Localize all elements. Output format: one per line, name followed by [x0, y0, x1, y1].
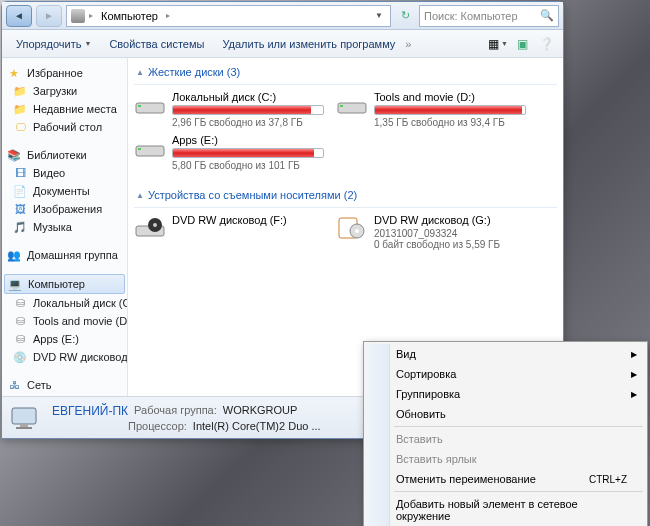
sidebar-favorites[interactable]: ★Избранное — [2, 64, 127, 82]
star-icon: ★ — [6, 66, 22, 80]
refresh-button[interactable]: ↻ — [395, 6, 415, 26]
ctx-undo-rename[interactable]: Отменить переименованиеCTRL+Z — [366, 469, 645, 489]
drive-icon — [134, 134, 166, 162]
computer-icon — [71, 9, 85, 23]
ctx-view[interactable]: Вид▶ — [366, 344, 645, 364]
document-icon: 📄 — [12, 184, 28, 198]
svg-rect-13 — [20, 424, 28, 427]
ctx-sort[interactable]: Сортировка▶ — [366, 364, 645, 384]
view-mode-button[interactable]: ▦▼ — [487, 34, 509, 54]
search-icon: 🔍 — [540, 9, 554, 22]
help-button[interactable]: ❔ — [535, 34, 557, 54]
nav-forward-button[interactable]: ► — [36, 5, 62, 27]
chevron-down-icon[interactable]: ▼ — [372, 11, 386, 20]
sidebar-item-drive-c[interactable]: ⛁Локальный диск (C:) — [2, 294, 127, 312]
svg-rect-12 — [12, 408, 36, 424]
section-removable[interactable]: ▲Устройства со съемными носителями (2) — [134, 185, 557, 208]
sidebar-item-dvd[interactable]: 💿DVD RW дисковод (… — [2, 348, 127, 366]
drive-sub-label: 20131007_093324 — [374, 228, 526, 239]
chevron-right-icon: ▶ — [631, 350, 637, 359]
drive-label: DVD RW дисковод (F:) — [172, 214, 324, 226]
toolbar: Упорядочить▼ Свойства системы Удалить ил… — [2, 30, 563, 58]
drive-free-text: 2,96 ГБ свободно из 37,8 ГБ — [172, 117, 324, 128]
drive-c[interactable]: Локальный диск (C:) 2,96 ГБ свободно из … — [134, 91, 324, 128]
section-hard-drives[interactable]: ▲Жесткие диски (3) — [134, 62, 557, 85]
disc-icon — [134, 214, 166, 242]
drive-e[interactable]: Apps (E:) 5,80 ГБ свободно из 101 ГБ — [134, 134, 324, 171]
svg-rect-5 — [138, 148, 141, 150]
drive-free-text: 1,35 ГБ свободно из 93,4 ГБ — [374, 117, 526, 128]
drive-d[interactable]: Tools and movie (D:) 1,35 ГБ свободно из… — [336, 91, 526, 128]
drive-label: Apps (E:) — [172, 134, 324, 146]
sidebar-item-desktop[interactable]: 🖵Рабочий стол — [2, 118, 127, 136]
sidebar-item-documents[interactable]: 📄Документы — [2, 182, 127, 200]
sidebar-libraries[interactable]: 📚Библиотеки — [2, 146, 127, 164]
picture-icon: 🖼 — [12, 202, 28, 216]
usage-bar — [172, 148, 324, 158]
computer-icon — [10, 404, 42, 432]
chevron-right-icon: ▶ — [631, 370, 637, 379]
folder-icon: 📁 — [12, 102, 28, 116]
computer-icon: 💻 — [7, 277, 23, 291]
triangle-icon: ▲ — [136, 68, 144, 77]
chevron-right-icon: ▶ — [631, 390, 637, 399]
sidebar-item-downloads[interactable]: 📁Загрузки — [2, 82, 127, 100]
ctx-group[interactable]: Группировка▶ — [366, 384, 645, 404]
usage-bar — [172, 105, 324, 115]
separator — [394, 426, 643, 427]
disc-icon: 💿 — [12, 350, 28, 364]
svg-rect-3 — [340, 105, 343, 107]
drive-icon: ⛁ — [12, 314, 28, 328]
drive-icon — [336, 91, 368, 119]
separator — [394, 491, 643, 492]
sidebar-item-recent[interactable]: 📁Недавние места — [2, 100, 127, 118]
ctx-paste: Вставить — [366, 429, 645, 449]
sidebar-homegroup[interactable]: 👥Домашняя группа — [2, 246, 127, 264]
drive-icon — [134, 91, 166, 119]
drive-icon: ⛁ — [12, 296, 28, 310]
sidebar-network[interactable]: 🖧Сеть — [2, 376, 127, 394]
sidebar: ★Избранное 📁Загрузки 📁Недавние места 🖵Ра… — [2, 58, 128, 396]
sidebar-item-drive-e[interactable]: ⛁Apps (E:) — [2, 330, 127, 348]
uninstall-button[interactable]: Удалить или изменить программу — [214, 35, 403, 53]
search-input[interactable]: Поиск: Компьютер 🔍 — [419, 5, 559, 27]
homegroup-icon: 👥 — [6, 248, 22, 262]
address-bar[interactable]: ▸ Компьютер ▸ ▼ — [66, 5, 391, 27]
context-menu: Вид▶ Сортировка▶ Группировка▶ Обновить В… — [363, 341, 648, 526]
drive-label: Tools and movie (D:) — [374, 91, 526, 103]
organize-button[interactable]: Упорядочить▼ — [8, 35, 99, 53]
svg-rect-2 — [338, 103, 366, 113]
titlebar: ◄ ► ▸ Компьютер ▸ ▼ ↻ Поиск: Компьютер 🔍 — [2, 2, 563, 30]
desktop-icon: 🖵 — [12, 120, 28, 134]
shortcut-label: CTRL+Z — [589, 474, 627, 485]
svg-point-8 — [153, 223, 157, 227]
svg-rect-14 — [16, 427, 32, 429]
usage-bar — [374, 105, 526, 115]
sidebar-item-pictures[interactable]: 🖼Изображения — [2, 200, 127, 218]
drive-free-text: 5,80 ГБ свободно из 101 ГБ — [172, 160, 324, 171]
sidebar-item-drive-d[interactable]: ⛁Tools and movie (D:) — [2, 312, 127, 330]
system-properties-button[interactable]: Свойства системы — [101, 35, 212, 53]
sidebar-computer[interactable]: 💻Компьютер — [4, 274, 125, 294]
video-icon: 🎞 — [12, 166, 28, 180]
drive-label: DVD RW дисковод (G:) — [374, 214, 526, 226]
library-icon: 📚 — [6, 148, 22, 162]
disc-box-icon — [336, 214, 368, 242]
nav-back-button[interactable]: ◄ — [6, 5, 32, 27]
preview-pane-button[interactable]: ▣ — [511, 34, 533, 54]
breadcrumb-computer[interactable]: Компьютер — [97, 10, 162, 22]
drive-f[interactable]: DVD RW дисковод (F:) — [134, 214, 324, 250]
drive-g[interactable]: DVD RW дисковод (G:) 20131007_093324 0 б… — [336, 214, 526, 250]
sidebar-item-music[interactable]: 🎵Музыка — [2, 218, 127, 236]
folder-icon: 📁 — [12, 84, 28, 98]
ctx-refresh[interactable]: Обновить — [366, 404, 645, 424]
ctx-add-network[interactable]: Добавить новый элемент в сетевое окружен… — [366, 494, 645, 526]
sidebar-item-video[interactable]: 🎞Видео — [2, 164, 127, 182]
music-icon: 🎵 — [12, 220, 28, 234]
svg-rect-1 — [138, 105, 141, 107]
ctx-paste-shortcut: Вставить ярлык — [366, 449, 645, 469]
drive-free-text: 0 байт свободно из 5,59 ГБ — [374, 239, 526, 250]
search-placeholder: Поиск: Компьютер — [424, 10, 518, 22]
svg-rect-0 — [136, 103, 164, 113]
network-icon: 🖧 — [6, 378, 22, 392]
